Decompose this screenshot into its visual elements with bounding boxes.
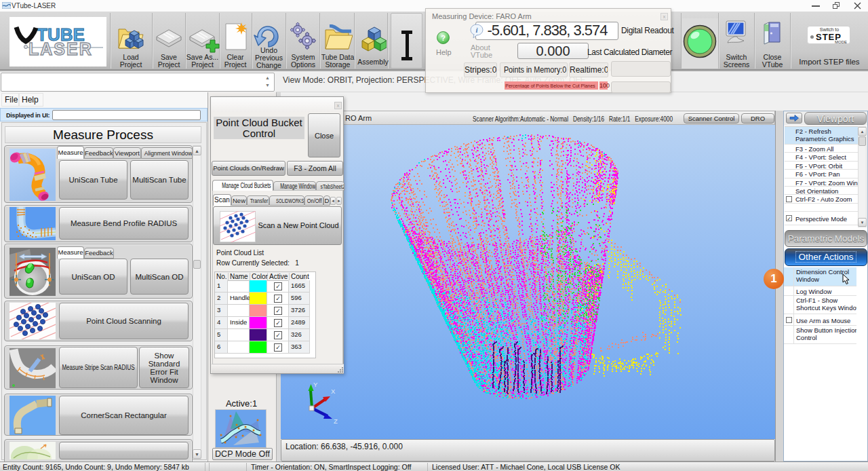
svg-text:Y: Y <box>313 381 318 388</box>
svg-text:Z: Z <box>334 417 338 425</box>
svg-text:LASER: LASER <box>28 39 93 58</box>
svg-text:?: ? <box>441 34 446 42</box>
svg-text:X: X <box>331 388 336 395</box>
